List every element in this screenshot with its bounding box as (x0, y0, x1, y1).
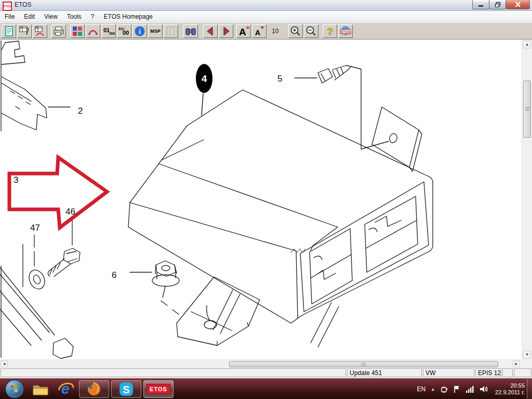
zoom-in-icon (290, 25, 301, 37)
svg-text:S: S (123, 384, 129, 395)
show-desktop-button[interactable] (527, 379, 532, 399)
skype-icon: S (118, 381, 134, 397)
minimize-button[interactable] (472, 0, 489, 9)
scroll-up-arrow[interactable]: ▲ (523, 41, 531, 48)
font-size-value[interactable]: 10 (272, 26, 285, 36)
menu-tools[interactable]: Tools (62, 12, 86, 21)
balloon-leader-line (202, 94, 203, 115)
zoom-in-button[interactable] (288, 24, 303, 38)
menu-view[interactable]: View (39, 12, 62, 21)
svg-text:/00: /00 (109, 31, 115, 36)
explorer-taskbar-icon[interactable] (31, 380, 50, 398)
nut-drawing (130, 261, 179, 298)
callout-6: 6 (112, 270, 116, 280)
vertical-scroll-thumb[interactable] (523, 81, 531, 138)
next-button[interactable] (219, 24, 233, 38)
scroll-right-arrow[interactable]: ► (513, 361, 520, 367)
frame-disabled-icon (165, 25, 177, 37)
red-arc-icon (87, 25, 99, 37)
menu-edit[interactable]: Edit (19, 12, 39, 21)
bottom-left-part (0, 244, 73, 358)
screw-drawing (295, 65, 389, 149)
restore-icon (495, 2, 501, 7)
font-decrease-button[interactable]: A (252, 24, 267, 38)
section-graph-icon (34, 25, 46, 37)
svg-text:i: i (139, 28, 141, 35)
help-button[interactable]: ? ? (323, 24, 337, 38)
page-00-01-icon: 01/ 00 (118, 25, 130, 37)
app-logo-icon: ETOS (3, 2, 12, 11)
menu-help[interactable]: ? (86, 12, 99, 21)
ie-taskbar-icon[interactable]: e (57, 380, 74, 398)
callout-5: 5 (277, 74, 282, 84)
language-indicator[interactable]: EN (417, 385, 426, 393)
action-center-flag-icon[interactable] (453, 385, 461, 393)
section-graph-button[interactable] (33, 24, 47, 38)
restore-button[interactable] (489, 0, 506, 9)
page-01-00-icon: 01 /00 (102, 25, 115, 37)
start-button[interactable] (5, 380, 24, 398)
page-mode-b-button[interactable]: 01/ 00 (117, 24, 131, 38)
arrow-right-icon (220, 25, 232, 37)
etos-icon: ETOS (147, 384, 170, 394)
color-legend-button[interactable] (70, 24, 85, 38)
menu-etos-homepage[interactable]: ETOS Homepage (99, 12, 158, 21)
callout-46: 46 (65, 207, 75, 217)
minimize-icon (478, 2, 484, 7)
svg-text:A: A (255, 29, 260, 37)
help-icon: ? ? (324, 25, 336, 37)
page-mode-a-button[interactable]: 01 /00 (101, 24, 116, 38)
zoom-out-button[interactable] (304, 24, 318, 38)
system-tray: EN ▲ 20:55 22.9.2011 г. (417, 379, 525, 399)
tray-time: 20:55 (495, 382, 525, 389)
status-cell-epis: EPIS 122 (475, 368, 501, 377)
status-cell-main (1, 368, 346, 377)
font-increase-button[interactable]: A (236, 24, 251, 38)
new-document-button[interactable] (2, 24, 16, 38)
clock[interactable]: 20:55 22.9.2011 г. (495, 382, 525, 396)
network-signal-icon[interactable] (466, 385, 474, 393)
horizontal-scrollbar[interactable]: ◄ ► (0, 360, 521, 368)
scroll-left-arrow[interactable]: ◄ (1, 361, 8, 367)
msp-button[interactable]: MSP (148, 24, 163, 38)
horizontal-scroll-thumb[interactable] (229, 361, 498, 367)
etos-web-button[interactable]: ETOS (338, 24, 353, 38)
title-bar: ETOS ETOS (0, 0, 532, 11)
vertical-scrollbar[interactable]: ▲ ▼ (522, 39, 532, 360)
scroll-down-arrow[interactable]: ▼ (523, 351, 531, 358)
svg-text:?: ? (327, 26, 333, 37)
firefox-taskbar-button[interactable] (79, 380, 109, 398)
safely-remove-hardware-icon[interactable] (440, 385, 448, 393)
msp-label: MSP (150, 29, 161, 34)
callout-3: 3 (14, 175, 18, 185)
window-title: ETOS (15, 1, 31, 8)
internet-explorer-icon: e (57, 381, 74, 397)
search-button[interactable] (183, 24, 198, 38)
info-button[interactable]: i (132, 24, 147, 38)
menu-file[interactable]: File (0, 12, 19, 21)
close-icon (515, 2, 521, 7)
frame-view-button-disabled[interactable] (164, 24, 178, 38)
etos-window: ETOS ETOS File Edit View Tools ? ETOS Ho… (0, 0, 532, 399)
print-button[interactable] (51, 24, 66, 38)
status-cell-spare1 (502, 368, 513, 377)
close-button[interactable] (506, 0, 530, 9)
scrollbar-corner (521, 360, 532, 368)
previous-button[interactable] (203, 24, 218, 38)
etos-taskbar-button[interactable]: ETOS (143, 380, 174, 398)
zoom-out-icon (305, 25, 317, 37)
folder-icon (32, 382, 49, 396)
show-hidden-icons-button[interactable]: ▲ (431, 387, 435, 392)
taskbar: e S ETOS EN ▲ (0, 378, 532, 399)
open-section-button[interactable] (17, 24, 32, 38)
graph-view-button[interactable] (86, 24, 100, 38)
mounting-bracket-drawing (161, 277, 260, 345)
volume-icon[interactable] (479, 385, 488, 393)
menu-bar: File Edit View Tools ? ETOS Homepage (0, 11, 532, 22)
firefox-icon (86, 381, 102, 397)
status-bar: Update 451 VW EPIS 122 (0, 368, 532, 378)
skype-taskbar-button[interactable]: S (111, 380, 141, 398)
status-cell-update: Update 451 (347, 368, 422, 377)
font-decrease-icon: A (253, 25, 265, 37)
svg-text:A: A (239, 26, 246, 37)
